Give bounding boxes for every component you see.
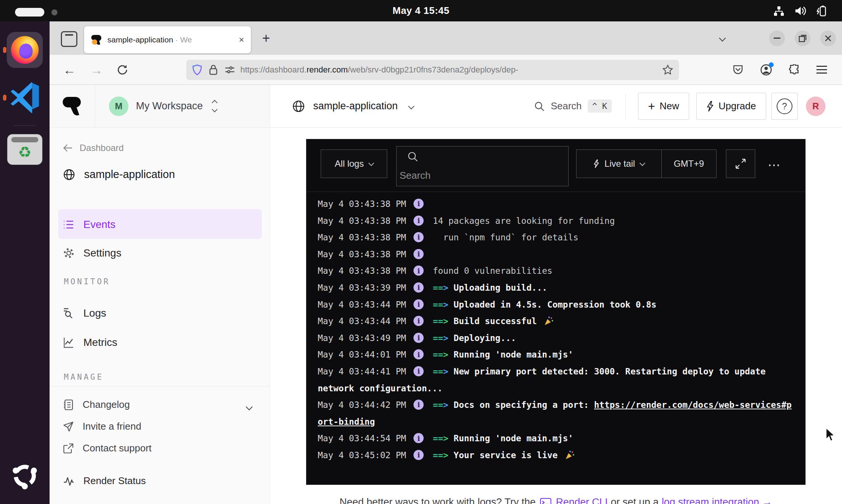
arrow-eq: == bbox=[433, 433, 443, 443]
browser-tab[interactable]: sample-application · We × bbox=[84, 26, 251, 53]
window-restore-button[interactable] bbox=[795, 30, 810, 46]
search-label: Search bbox=[551, 100, 581, 112]
new-button[interactable]: +New bbox=[638, 93, 690, 120]
cli-terminal-icon bbox=[540, 498, 551, 504]
log-filter-dropdown[interactable]: All logs bbox=[321, 149, 387, 178]
sidebar-back-dashboard[interactable]: Dashboard bbox=[63, 143, 124, 153]
account-avatar[interactable]: R bbox=[806, 97, 825, 116]
arrow-gt: > bbox=[443, 350, 448, 359]
sidebar-heading-monitor: MONITOR bbox=[64, 277, 110, 286]
menu-hamburger-icon[interactable] bbox=[816, 65, 827, 74]
window-minimize-button[interactable] bbox=[769, 30, 785, 46]
log-toolbar: All logs Search bbox=[306, 139, 805, 192]
permissions-icon[interactable] bbox=[225, 65, 235, 74]
tab-close-icon[interactable]: × bbox=[239, 35, 244, 45]
header-divider bbox=[625, 93, 626, 119]
reload-icon[interactable] bbox=[116, 64, 128, 76]
vscode-icon bbox=[9, 82, 40, 113]
browser-window: sample-application · We × + ← → bbox=[50, 21, 842, 504]
log-message: Docs on specifying a port: bbox=[454, 400, 594, 410]
question-icon: ? bbox=[777, 98, 792, 114]
expand-logs-button[interactable] bbox=[726, 149, 755, 178]
sidebar-service-name[interactable]: sample-application bbox=[63, 168, 175, 181]
extensions-icon[interactable] bbox=[789, 64, 800, 75]
bookmark-star-icon[interactable] bbox=[662, 65, 673, 75]
firefox-running-dot bbox=[3, 47, 6, 53]
info-icon: i bbox=[413, 366, 424, 376]
render-cli-link[interactable]: Render CLI bbox=[556, 496, 608, 504]
workspace-sort-chevrons-icon bbox=[213, 101, 217, 112]
system-clock[interactable]: May 4 15:45 bbox=[0, 0, 842, 21]
pulse-icon bbox=[63, 476, 74, 486]
log-message: Uploaded in 4.5s. Compression took 0.8s bbox=[454, 300, 656, 309]
forward-icon[interactable]: → bbox=[90, 63, 103, 76]
log-message: Uploading build... bbox=[454, 283, 547, 293]
info-icon: i bbox=[413, 232, 424, 242]
log-entry: May 4 03:43:38 PMi14 packages are lookin… bbox=[318, 213, 794, 229]
sidebar-item-changelog[interactable]: Changelog bbox=[63, 399, 130, 410]
global-search[interactable]: Search ^ K bbox=[534, 100, 611, 113]
live-tail-dropdown[interactable]: Live tail bbox=[576, 150, 661, 178]
help-button[interactable]: ? bbox=[771, 93, 798, 120]
info-icon: i bbox=[413, 433, 424, 443]
info-icon: i bbox=[413, 333, 424, 343]
gear-icon bbox=[63, 247, 74, 259]
log-output[interactable]: May 4 03:43:38 PMiMay 4 03:43:38 PMi14 p… bbox=[306, 192, 805, 484]
upgrade-button[interactable]: Upgrade bbox=[696, 93, 766, 120]
log-timestamp: May 4 03:44:41 PM bbox=[318, 367, 406, 376]
tab-list-chevron-icon[interactable] bbox=[719, 35, 726, 41]
dock-vscode[interactable] bbox=[0, 82, 50, 113]
log-more-menu[interactable]: ⋯ bbox=[768, 157, 782, 172]
info-icon: i bbox=[413, 266, 424, 276]
tab-title: sample-application · We bbox=[107, 35, 235, 44]
log-timestamp: May 4 03:43:38 PM bbox=[318, 249, 406, 259]
back-icon[interactable]: ← bbox=[63, 63, 76, 76]
sidebar-item-render-status[interactable]: Render Status bbox=[63, 475, 146, 487]
log-stream-integration-link[interactable]: log stream integration → bbox=[662, 496, 772, 504]
live-tail-group: Live tail GMT+9 bbox=[576, 149, 717, 178]
log-entry: May 4 03:43:44 PMi==> Build successful bbox=[318, 313, 794, 330]
render-logo[interactable] bbox=[50, 85, 95, 127]
sidebar-item-contact-support[interactable]: Contact support bbox=[63, 442, 152, 454]
log-entry: May 4 03:43:38 PMi bbox=[318, 246, 794, 263]
info-icon: i bbox=[413, 400, 424, 410]
bolt-icon bbox=[706, 101, 714, 112]
log-entry: May 4 03:43:39 PMi==> Uploading build... bbox=[318, 279, 794, 296]
workspace-switcher[interactable]: M My Workspace bbox=[109, 85, 217, 127]
arrow-eq: == bbox=[433, 300, 443, 309]
log-entry: May 4 03:44:42 PMi==> Docs on specifying… bbox=[318, 397, 794, 430]
shield-icon[interactable] bbox=[192, 64, 202, 75]
dock-firefox[interactable] bbox=[0, 36, 50, 64]
service-switcher[interactable]: sample-application bbox=[292, 100, 413, 113]
new-tab-button[interactable]: + bbox=[262, 30, 270, 46]
changelog-chevron-icon[interactable] bbox=[246, 403, 252, 410]
dock-ubuntu[interactable] bbox=[0, 462, 50, 490]
list-icon bbox=[63, 220, 74, 229]
url-text[interactable]: https://dashboard.render.com/web/srv-d0b… bbox=[240, 65, 662, 75]
lock-icon[interactable] bbox=[209, 64, 218, 75]
log-message: 14 packages are looking for funding bbox=[433, 216, 615, 226]
globe-icon bbox=[292, 100, 305, 113]
log-entry: May 4 03:45:02 PMi==> Your service is li… bbox=[318, 447, 794, 464]
arrow-eq: == bbox=[433, 316, 443, 326]
log-search-input[interactable]: Search bbox=[396, 146, 569, 186]
firefox-view-icon[interactable] bbox=[61, 31, 77, 47]
system-top-bar: May 4 15:45 bbox=[0, 0, 842, 21]
pocket-icon[interactable] bbox=[732, 64, 744, 75]
url-bar[interactable]: https://dashboard.render.com/web/srv-d0b… bbox=[186, 60, 679, 80]
window-close-button[interactable] bbox=[820, 30, 836, 46]
log-entry: May 4 03:43:38 PMi run `npm fund` for de… bbox=[318, 229, 794, 246]
sidebar-item-invite[interactable]: Invite a friend bbox=[63, 421, 141, 432]
sidebar-item-settings[interactable]: Settings bbox=[63, 247, 121, 259]
search-shortcut: ^ K bbox=[588, 100, 612, 113]
sidebar-item-logs[interactable]: Logs bbox=[63, 307, 106, 319]
sidebar-item-events-label[interactable]: Events bbox=[63, 219, 116, 231]
arrow-eq: == bbox=[433, 367, 443, 376]
system-status-icons[interactable] bbox=[773, 0, 828, 21]
log-message: Deploying... bbox=[454, 333, 516, 343]
timezone-button[interactable]: GMT+9 bbox=[661, 150, 716, 178]
sidebar-item-metrics[interactable]: Metrics bbox=[63, 337, 117, 349]
account-icon[interactable] bbox=[760, 64, 772, 76]
dock-trash[interactable]: ♻ bbox=[0, 134, 50, 165]
arrow-gt: > bbox=[443, 300, 448, 309]
